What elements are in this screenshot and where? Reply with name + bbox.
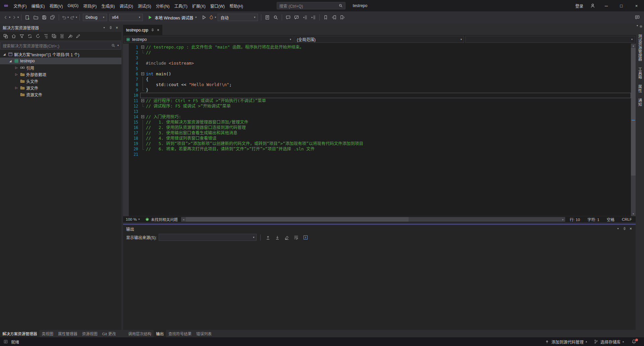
code-line-14[interactable]: 14// 入门使用技巧: (129, 114, 631, 120)
select-repository-button[interactable]: 选择存储库 ▴ (590, 337, 627, 346)
code-line-10[interactable]: 10 (129, 93, 631, 98)
scroll-up-arrow-icon[interactable]: ▲ (631, 44, 636, 48)
properties-button[interactable] (66, 33, 73, 40)
sync-with-active-document-button[interactable] (26, 33, 33, 40)
collapse-arrow-icon[interactable]: ◢ (8, 59, 13, 63)
horizontal-splitter[interactable] (123, 222, 636, 225)
next-bookmark-button[interactable] (338, 13, 346, 21)
sign-in-button[interactable]: 登录 (572, 3, 587, 9)
menu-window[interactable]: 窗口(W) (208, 0, 227, 11)
navigate-back-button[interactable]: ▾ (3, 13, 11, 21)
editor-vertical-scrollbar[interactable]: ▲ ▼ (631, 44, 636, 216)
zoom-control[interactable]: 100 % ▾ (123, 217, 143, 221)
start-without-debugging-button[interactable] (200, 13, 208, 21)
scrollbar-thumb[interactable] (631, 48, 636, 176)
account-icon[interactable] (590, 3, 595, 8)
maximize-button[interactable]: □ (614, 0, 629, 11)
expand-arrow-icon[interactable]: ▷ (14, 73, 19, 76)
document-tab-testrepo-cpp[interactable]: testrepo.cpp × (123, 25, 162, 35)
solution-configuration-combo[interactable]: Debug ▾ (83, 14, 107, 21)
code-line-15[interactable]: 15// 1. 使用解决方案资源管理器窗口添加/管理文件 (129, 120, 631, 125)
pin-tab-icon[interactable] (151, 28, 155, 32)
nav-scope-combo[interactable]: (全局范围) ▾ (294, 36, 464, 43)
close-panel-button[interactable]: × (114, 24, 120, 31)
indicator-margin[interactable] (123, 44, 129, 216)
gear-icon[interactable] (639, 24, 643, 28)
code-line-18[interactable]: 18// 4. 使用错误列表窗口查看错误 (129, 136, 631, 141)
chevron-down-icon[interactable]: ▾ (117, 44, 119, 47)
start-debugging-button[interactable]: 本地 Windows 调试器 ▾ (145, 13, 199, 21)
hot-reload-button[interactable]: ▾ (208, 13, 216, 21)
panel-tab-class-view[interactable]: 类视图 (40, 330, 56, 337)
code-line-19[interactable]: 19// 5. 转到“项目”>“添加新项”以创建新的代码文件，或转到“项目”>“… (129, 141, 631, 146)
scroll-down-arrow-icon[interactable]: ▼ (631, 212, 636, 216)
window-position-button[interactable]: ▾ (615, 226, 621, 232)
solution-explorer-header[interactable]: 解决方案资源管理器 ▾ × (0, 23, 121, 32)
expand-arrow-icon[interactable]: ▷ (14, 86, 19, 89)
uncomment-button[interactable] (292, 13, 301, 21)
menu-tools[interactable]: 工具(T) (172, 0, 190, 11)
scrollbar-track[interactable] (631, 48, 636, 212)
fold-collapse-icon[interactable] (140, 98, 146, 103)
refresh-button[interactable] (34, 33, 41, 40)
document-health-indicator[interactable]: 未找到相关问题 (143, 217, 181, 222)
fold-collapse-icon[interactable] (140, 71, 146, 77)
background-tasks-icon[interactable] (3, 339, 8, 344)
home-button[interactable] (10, 33, 17, 40)
menu-git[interactable]: Git(G) (65, 0, 81, 11)
code-line-4[interactable]: 4#include <iostream> (129, 61, 631, 66)
goto-previous-message-button[interactable] (264, 234, 272, 241)
clear-all-button[interactable] (283, 234, 290, 241)
switch-views-button[interactable] (2, 33, 9, 40)
redo-button[interactable]: ▾ (69, 13, 77, 21)
debug-target-combo[interactable]: 自动 ▾ (218, 14, 258, 21)
panel-tab-output[interactable]: 输出 (154, 330, 166, 337)
menu-debug[interactable]: 调试(D) (117, 0, 136, 11)
code-line-17[interactable]: 17// 3. 使用输出窗口查看生成输出和其他消息 (129, 130, 631, 136)
code-line-21[interactable]: 21 (129, 152, 631, 157)
code-line-6[interactable]: 6int main() (129, 71, 631, 77)
code-line-12[interactable]: 12// 调试程序: F5 或调试 >“开始调试”菜单 (129, 103, 631, 109)
menu-edit[interactable]: 编辑(E) (29, 0, 47, 11)
panel-tab-error-list[interactable]: 错误列表 (194, 330, 214, 337)
panel-tab-find-symbol-results[interactable]: 查找符号结果 (166, 330, 194, 337)
menu-file[interactable]: 文件(F) (11, 0, 29, 11)
code-line-3[interactable]: 3 (129, 55, 631, 61)
scrollbar-thumb[interactable] (186, 217, 409, 222)
comment-button[interactable] (284, 13, 292, 21)
word-wrap-button[interactable] (292, 234, 300, 241)
nav-project-combo[interactable]: testrepo ▾ (124, 36, 293, 43)
quick-search-box[interactable]: 搜索 (Ctrl+Q) (277, 2, 345, 9)
tree-item-references[interactable]: ▷引用 (0, 64, 121, 71)
autohide-tab-properties[interactable]: 属性 (637, 82, 643, 95)
menu-extensions[interactable]: 扩展(X) (190, 0, 208, 11)
find-in-files-button[interactable] (272, 13, 280, 21)
output-panel-header[interactable]: 输出 ▾ × (123, 225, 636, 232)
toggle-bookmark-button[interactable] (322, 13, 330, 21)
code-line-8[interactable]: 8 std::cout << "Hello World!\n"; (129, 82, 631, 87)
toggle-autoscroll-button[interactable] (302, 234, 309, 241)
panel-tab-git-changes[interactable]: Git 更改 (100, 330, 118, 337)
solution-explorer-search-box[interactable]: 搜索解决方案资源管理器(Ctrl+;) ▾ (0, 42, 121, 50)
tree-item-header-files[interactable]: 头文件 (0, 78, 121, 84)
scroll-left-arrow-icon[interactable]: ◂ (181, 218, 186, 221)
menu-test[interactable]: 测试(S) (136, 0, 154, 11)
fold-collapse-icon[interactable] (140, 45, 146, 50)
menu-view[interactable]: 视图(V) (47, 0, 65, 11)
code-line-1[interactable]: 1// testrepo.cpp : 此文件包含 "main" 函数。程序执行将… (129, 45, 631, 50)
collapse-all-button[interactable] (50, 33, 57, 40)
editor-horizontal-scrollbar[interactable]: ◂ ▸ (181, 217, 565, 222)
save-button[interactable] (40, 13, 48, 21)
tree-item-resource-files[interactable]: 资源文件 (0, 91, 121, 98)
navigate-forward-button[interactable]: ▾ (11, 13, 19, 21)
column-indicator[interactable]: 字符: 1 (584, 217, 603, 222)
previous-bookmark-button[interactable] (330, 13, 338, 21)
auto-hide-pin-button[interactable] (107, 24, 114, 31)
code-line-2[interactable]: 2// (129, 50, 631, 55)
minimize-button[interactable]: ─ (599, 0, 614, 11)
autohide-tab-toolbox[interactable]: 工具箱 (637, 64, 643, 82)
nav-member-combo[interactable]: ▾ (465, 36, 635, 43)
line-ending-indicator[interactable]: CRLF (618, 217, 636, 221)
menu-build[interactable]: 生成(B) (99, 0, 117, 11)
panel-tab-resource-view[interactable]: 资源视图 (80, 330, 100, 337)
